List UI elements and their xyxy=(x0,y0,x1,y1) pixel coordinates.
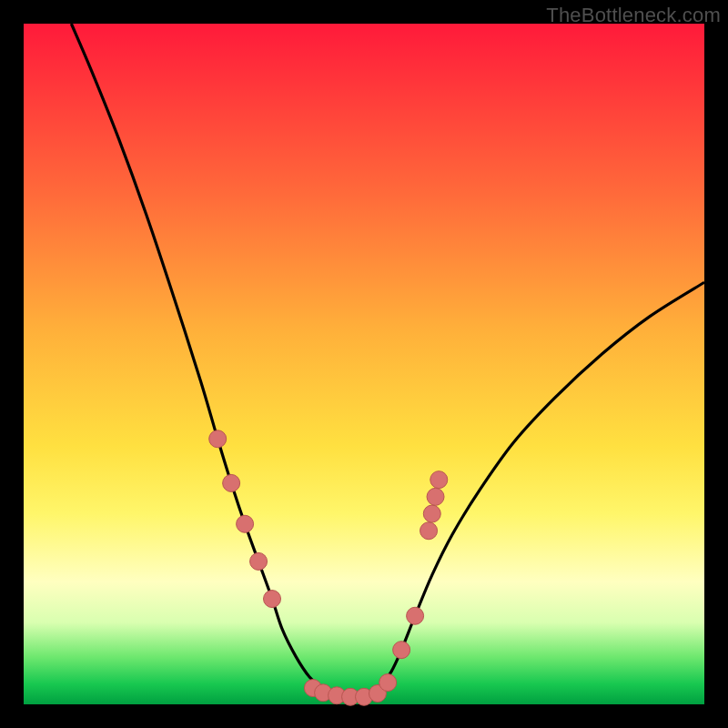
curve-marker xyxy=(407,607,424,624)
chart-svg xyxy=(24,24,704,704)
curve-marker xyxy=(264,591,281,608)
curve-marker xyxy=(223,474,240,491)
curve-marker xyxy=(423,505,440,522)
curve-marker xyxy=(237,515,254,532)
curve-marker xyxy=(209,430,227,448)
bottleneck-curve-path xyxy=(71,24,704,697)
curve-marker xyxy=(379,674,397,692)
curve-markers xyxy=(209,430,448,705)
curve-marker xyxy=(420,522,438,540)
curve-marker xyxy=(427,488,444,505)
curve-marker xyxy=(393,642,410,659)
curve-marker xyxy=(430,471,448,489)
curve-marker xyxy=(250,552,268,570)
outer-frame: TheBottleneck.com xyxy=(0,0,728,728)
